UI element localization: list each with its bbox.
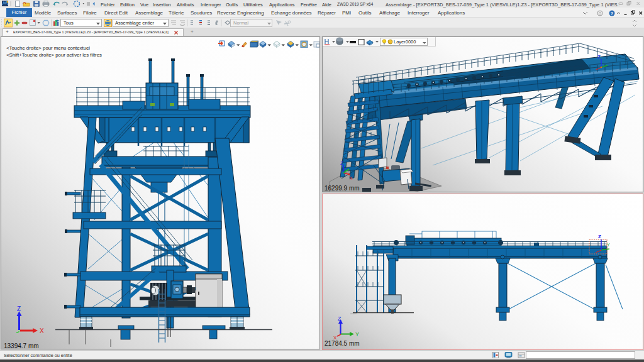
svg-text:Y: Y xyxy=(607,243,610,247)
svg-text:X: X xyxy=(350,176,353,180)
svg-text:Z: Z xyxy=(597,54,601,60)
svg-text:16299.9 mm: 16299.9 mm xyxy=(325,185,360,192)
svg-text:Z: Z xyxy=(17,305,21,312)
svg-text:Z: Z xyxy=(598,234,601,239)
svg-text:X: X xyxy=(40,327,44,334)
svg-text:21784.5 mm: 21784.5 mm xyxy=(325,340,360,347)
svg-text:?: ? xyxy=(611,11,613,16)
svg-text:Z: Z xyxy=(340,160,343,166)
svg-text:Y: Y xyxy=(355,331,359,337)
svg-text:13394.7 mm: 13394.7 mm xyxy=(4,343,39,349)
